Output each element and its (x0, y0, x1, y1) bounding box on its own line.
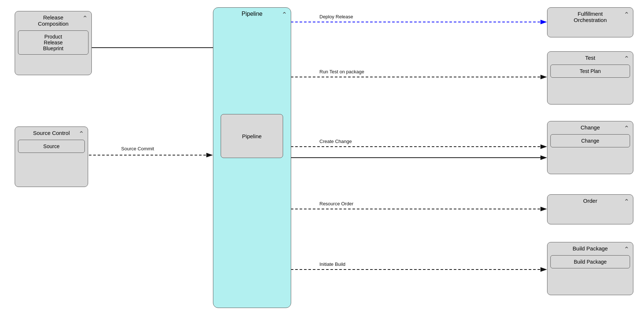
pipeline-inner-box: Pipeline (221, 114, 283, 158)
label-deploy-release: Deploy Release (319, 14, 353, 19)
build-package-expand-icon[interactable]: ⌃ (624, 245, 629, 253)
pipeline-container: Pipeline ⌃ Pipeline (213, 7, 291, 308)
build-package-box: Build Package ⌃ Build Package (547, 242, 633, 295)
source-control-inner: Source (18, 140, 85, 153)
source-control-box: Source Control ⌃ Source (15, 126, 88, 187)
order-title: Order ⌃ (547, 195, 633, 206)
test-expand-icon[interactable]: ⌃ (624, 55, 629, 63)
source-control-title: Source Control ⌃ (15, 127, 88, 138)
test-title: Test ⌃ (547, 52, 633, 63)
order-expand-icon[interactable]: ⌃ (624, 198, 629, 206)
label-run-test: Run Test on package (319, 69, 364, 74)
build-package-inner: Build Package (550, 255, 630, 268)
pipeline-title: Pipeline ⌃ (213, 8, 291, 19)
release-composition-box: ReleaseComposition ⌃ ProductReleaseBluep… (15, 11, 92, 75)
diagram-container: Source Commit Deploy Release Run Test on… (0, 0, 644, 330)
source-control-expand-icon[interactable]: ⌃ (79, 130, 84, 138)
label-create-change: Create Change (319, 139, 352, 144)
label-resource-order: Resource Order (319, 201, 353, 206)
release-composition-inner: ProductReleaseBlueprint (18, 30, 88, 55)
change-box: Change ⌃ Change (547, 121, 633, 174)
order-box: Order ⌃ (547, 194, 633, 224)
release-composition-title: ReleaseComposition ⌃ (15, 11, 91, 29)
change-inner: Change (550, 134, 630, 147)
release-composition-expand-icon[interactable]: ⌃ (82, 14, 88, 22)
fulfillment-title: FulfillmentOrchestration ⌃ (547, 8, 633, 25)
pipeline-expand-icon[interactable]: ⌃ (282, 11, 287, 19)
test-box: Test ⌃ Test Plan (547, 51, 633, 104)
fulfillment-box: FulfillmentOrchestration ⌃ (547, 7, 633, 37)
build-package-title: Build Package ⌃ (547, 242, 633, 254)
change-expand-icon[interactable]: ⌃ (624, 124, 629, 132)
label-initiate-build: Initiate Build (319, 261, 345, 267)
fulfillment-expand-icon[interactable]: ⌃ (624, 11, 629, 19)
test-inner: Test Plan (550, 65, 630, 78)
label-source-commit: Source Commit (121, 146, 154, 151)
change-title: Change ⌃ (547, 121, 633, 133)
